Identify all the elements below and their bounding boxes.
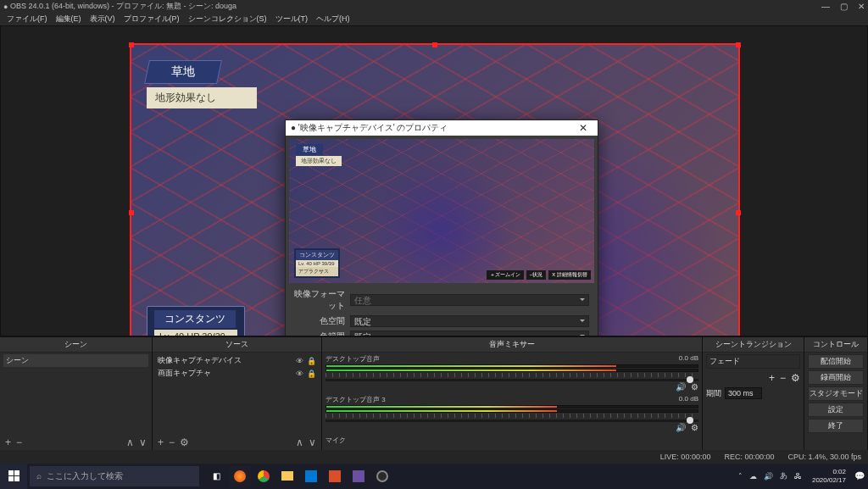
scene-down-icon[interactable]: ∨: [137, 436, 148, 448]
mixer-track: デスクトップ音声0.0 dB 🔊⚙: [326, 354, 698, 392]
close-icon[interactable]: ✕: [858, 2, 865, 11]
status-cpu: CPU: 1.4%, 30.00 fps: [787, 453, 861, 461]
dialog-logo-icon: ●: [291, 123, 296, 132]
video-format-label: 映像フォーマット: [294, 288, 345, 312]
add-scene-icon[interactable]: +: [3, 436, 13, 448]
mixer-track: デスクトップ音声 30.0 dB 🔊⚙: [326, 395, 698, 432]
start-button[interactable]: [0, 464, 27, 489]
status-bar: LIVE: 00:00:00 REC: 00:00:00 CPU: 1.4%, …: [0, 450, 868, 464]
menu-tools[interactable]: ツール(T): [274, 14, 310, 25]
gear-icon[interactable]: ⚙: [691, 423, 698, 432]
source-settings-icon[interactable]: ⚙: [178, 436, 191, 448]
transition-settings-icon[interactable]: ⚙: [791, 372, 800, 384]
taskbar: ⌕ここに入力して検索 ◧ ˄ ☁ 🔊 あ 🖧 0:022020/02/17 💬: [0, 464, 868, 489]
preview-area[interactable]: 草地 地形効果なし コンスタンツ Lv. 40 HP 39/39 アプラクサス …: [0, 25, 868, 337]
status-rec: REC: 00:00:00: [724, 453, 774, 461]
search-icon: ⌕: [36, 471, 42, 481]
add-transition-icon[interactable]: +: [769, 372, 775, 384]
tray-up-icon[interactable]: ˄: [738, 472, 743, 481]
lock-icon[interactable]: 🔒: [307, 357, 316, 365]
remove-scene-icon[interactable]: −: [14, 436, 24, 448]
menu-view[interactable]: 表示(V): [88, 14, 117, 25]
obs-icon[interactable]: [371, 465, 393, 487]
source-item[interactable]: 映像キャプチャデバイス👁🔒: [156, 354, 318, 367]
chrome-icon[interactable]: [253, 465, 275, 487]
menu-scenecol[interactable]: シーンコレクション(S): [186, 14, 269, 25]
window-title: OBS 24.0.1 (64-bit, windows) - プロファイル: 無…: [10, 1, 821, 12]
transitions-header: シーントランジション: [703, 337, 804, 353]
status-live: LIVE: 00:00:00: [660, 453, 711, 461]
maximize-icon[interactable]: ▢: [840, 2, 848, 11]
obs-logo-icon: ●: [3, 3, 8, 11]
titlebar: ● OBS 24.0.1 (64-bit, windows) - プロファイル:…: [0, 0, 868, 14]
color-space-label: 色空間: [294, 315, 345, 327]
volume-slider[interactable]: [326, 379, 698, 381]
menu-profile[interactable]: プロファイル(P): [122, 14, 181, 25]
ime-icon[interactable]: あ: [780, 470, 787, 481]
mixer-header: 音声ミキサー: [322, 337, 702, 353]
firefox-icon[interactable]: [229, 465, 251, 487]
remove-source-icon[interactable]: −: [167, 436, 176, 448]
duration-label: 期間: [706, 388, 721, 399]
lock-icon[interactable]: 🔒: [307, 370, 316, 378]
eye-icon[interactable]: 👁: [296, 357, 303, 365]
exit-button[interactable]: 終了: [808, 419, 864, 433]
settings-button[interactable]: 設定: [808, 403, 864, 417]
app-icon[interactable]: [348, 465, 370, 487]
dialog-preview: 草地 地形効果なし コンスタンツ Lv. 40 HP 39/39 アプラクサス …: [289, 139, 594, 283]
add-source-icon[interactable]: +: [156, 436, 165, 448]
source-down-icon[interactable]: ∨: [307, 436, 318, 448]
menubar: ファイル(F) 編集(E) 表示(V) プロファイル(P) シーンコレクション(…: [0, 14, 868, 25]
gear-icon[interactable]: ⚙: [691, 382, 698, 392]
taskview-icon[interactable]: ◧: [205, 465, 227, 487]
start-stream-button[interactable]: 配信開始: [808, 354, 864, 369]
video-format-select[interactable]: 任意: [350, 294, 589, 306]
terrain-desc: 地形効果なし: [147, 87, 257, 108]
start-record-button[interactable]: 録画開始: [808, 370, 864, 385]
scene-up-icon[interactable]: ∧: [125, 436, 136, 448]
char-stats: Lv. 40 HP 39/39: [154, 330, 237, 337]
eye-icon[interactable]: 👁: [296, 370, 303, 378]
network-icon[interactable]: 🖧: [794, 472, 802, 481]
char-name: コンスタンツ: [154, 310, 236, 328]
scenes-header: シーン: [0, 337, 152, 353]
sources-header: ソース: [153, 337, 321, 353]
menu-edit[interactable]: 編集(E): [54, 14, 83, 25]
studio-mode-button[interactable]: スタジオモード: [808, 386, 864, 401]
dialog-title: '映像キャプチャデバイス' のプロパティ: [298, 123, 448, 132]
search-box[interactable]: ⌕ここに入力して検索: [30, 466, 199, 486]
color-range-select[interactable]: 既定: [350, 331, 589, 337]
scene-item[interactable]: シーン: [3, 354, 148, 367]
controls-panel: コントロール 配信開始 録画開始 スタジオモード 設定 終了: [804, 337, 868, 450]
transition-select[interactable]: フェード: [706, 354, 800, 369]
volume-icon[interactable]: 🔊: [764, 472, 773, 481]
terrain-label: 草地: [171, 64, 195, 80]
app-icon[interactable]: [324, 465, 346, 487]
sources-panel: ソース 映像キャプチャデバイス👁🔒 画面キャプチャ👁🔒 +−⚙∧∨: [153, 337, 322, 450]
audio-meter: [326, 364, 698, 368]
onedrive-icon[interactable]: ☁: [749, 472, 757, 481]
dialog-close-icon[interactable]: ✕: [574, 122, 593, 134]
controls-header: コントロール: [804, 337, 867, 353]
source-up-icon[interactable]: ∧: [294, 436, 305, 448]
character-card: コンスタンツ Lv. 40 HP 39/39 アプラクサス: [147, 306, 245, 337]
color-space-select[interactable]: 既定: [350, 315, 589, 327]
explorer-icon[interactable]: [276, 465, 298, 487]
menu-file[interactable]: ファイル(F): [5, 14, 49, 25]
notification-icon[interactable]: 💬: [851, 471, 868, 481]
speaker-icon[interactable]: 🔊: [676, 423, 686, 432]
transitions-panel: シーントランジション フェード +−⚙ 期間300 ms: [703, 337, 804, 450]
volume-slider[interactable]: [326, 420, 698, 422]
scenes-panel: シーン シーン +−∧∨: [0, 337, 153, 450]
windows-icon: [8, 470, 19, 481]
clock[interactable]: 0:022020/02/17: [807, 468, 851, 485]
mixer-panel: 音声ミキサー デスクトップ音声0.0 dB 🔊⚙ デスクトップ音声 30.0 d…: [322, 337, 703, 450]
remove-transition-icon[interactable]: −: [780, 372, 786, 384]
speaker-icon[interactable]: 🔊: [676, 382, 686, 392]
minimize-icon[interactable]: —: [821, 2, 830, 11]
duration-input[interactable]: 300 ms: [725, 387, 762, 399]
store-icon[interactable]: [300, 465, 322, 487]
source-item[interactable]: 画面キャプチャ👁🔒: [156, 367, 318, 380]
audio-meter: [326, 405, 698, 408]
menu-help[interactable]: ヘルプ(H): [314, 14, 352, 25]
